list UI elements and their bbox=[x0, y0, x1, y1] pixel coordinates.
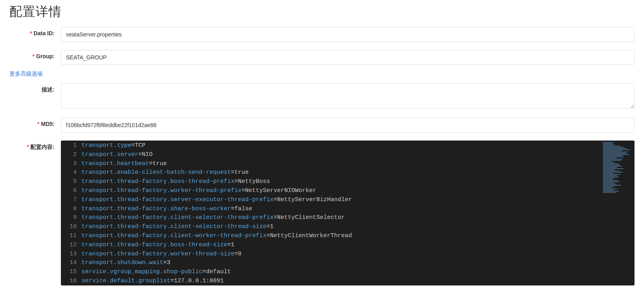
line-code[interactable]: transport.thread-factory.client-selector… bbox=[81, 213, 635, 223]
minimap-line bbox=[603, 174, 620, 175]
editor-line[interactable]: 12transport.thread-factory.boss-thread-s… bbox=[61, 241, 635, 250]
minimap-line bbox=[603, 161, 612, 162]
minimap-line bbox=[603, 165, 620, 165]
editor-line[interactable]: 3transport.heartbeat=true bbox=[61, 160, 635, 169]
editor-line[interactable]: 14transport.shutdown.wait=3 bbox=[61, 259, 635, 268]
line-number: 3 bbox=[61, 160, 81, 169]
editor-line[interactable]: 1transport.type=TCP bbox=[61, 141, 635, 150]
line-code[interactable]: transport.thread-factory.share-boss-work… bbox=[81, 205, 635, 214]
advanced-options-link[interactable]: 更多高级选项 bbox=[9, 70, 43, 77]
editor-line[interactable]: 5transport.thread-factory.boss-thread-pr… bbox=[61, 177, 635, 186]
minimap-line bbox=[603, 159, 623, 160]
label-description-text: 描述: bbox=[42, 86, 55, 93]
editor-line[interactable]: 6transport.thread-factory.worker-thread-… bbox=[61, 186, 635, 196]
line-number: 14 bbox=[61, 259, 81, 268]
editor-line[interactable]: 7transport.thread-factory.server-executo… bbox=[61, 196, 635, 205]
minimap-line bbox=[603, 145, 615, 145]
line-code[interactable]: transport.shutdown.wait=3 bbox=[81, 259, 635, 268]
label-description: 描述: bbox=[9, 83, 61, 93]
minimap-line bbox=[603, 184, 616, 184]
label-md5: *MD5: bbox=[9, 118, 61, 127]
line-number: 11 bbox=[61, 232, 81, 241]
minimap-line bbox=[603, 153, 626, 154]
minimap-line bbox=[603, 183, 614, 183]
minimap-line bbox=[603, 150, 622, 151]
minimap-line bbox=[603, 166, 622, 167]
line-code[interactable]: transport.type=TCP bbox=[81, 141, 635, 150]
line-code[interactable]: transport.enable-client-batch-send-reque… bbox=[81, 168, 635, 177]
minimap-line bbox=[603, 177, 619, 177]
md5-input[interactable] bbox=[61, 118, 635, 133]
minimap-line bbox=[603, 191, 619, 192]
label-group-text: Group: bbox=[36, 53, 55, 59]
minimap-line bbox=[603, 173, 613, 174]
config-content-editor[interactable]: 1transport.type=TCP2transport.server=NIO… bbox=[61, 141, 635, 285]
editor-line[interactable]: 4transport.enable-client-batch-send-requ… bbox=[61, 168, 635, 177]
line-code[interactable]: transport.thread-factory.server-executor… bbox=[81, 196, 635, 205]
line-code[interactable]: transport.thread-factory.boss-thread-pre… bbox=[81, 177, 635, 186]
line-code[interactable]: transport.server=NIO bbox=[81, 150, 635, 160]
minimap-line bbox=[603, 188, 617, 189]
line-code[interactable]: service.vgroup_mapping.shop-public=defau… bbox=[81, 268, 635, 277]
minimap-line bbox=[603, 167, 617, 168]
minimap-line bbox=[603, 187, 612, 188]
minimap-line bbox=[603, 148, 627, 149]
minimap-line bbox=[603, 175, 617, 176]
line-code[interactable]: transport.thread-factory.client-selector… bbox=[81, 223, 635, 232]
line-code[interactable]: transport.thread-factory.client-worker-t… bbox=[81, 232, 635, 241]
editor-line[interactable]: 10transport.thread-factory.client-select… bbox=[61, 223, 635, 232]
line-number: 2 bbox=[61, 150, 81, 160]
row-data-id: *Data ID: bbox=[9, 27, 635, 42]
description-textarea[interactable] bbox=[61, 83, 635, 108]
line-number: 7 bbox=[61, 196, 81, 205]
minimap-line bbox=[603, 179, 612, 180]
editor-line[interactable]: 11transport.thread-factory.client-worker… bbox=[61, 232, 635, 241]
editor-line[interactable]: 8transport.thread-factory.share-boss-wor… bbox=[61, 205, 635, 214]
label-group: *Group: bbox=[9, 50, 61, 59]
data-id-input[interactable] bbox=[61, 27, 635, 42]
minimap-line bbox=[603, 164, 619, 164]
minimap-line bbox=[603, 146, 620, 146]
minimap-line bbox=[603, 155, 623, 156]
group-input[interactable] bbox=[61, 50, 635, 65]
minimap-line bbox=[603, 169, 615, 170]
line-code[interactable]: transport.thread-factory.worker-thread-p… bbox=[81, 186, 635, 196]
minimap-line bbox=[603, 149, 630, 150]
editor-line[interactable]: 15service.vgroup_mapping.shop-public=def… bbox=[61, 268, 635, 277]
label-data-id: *Data ID: bbox=[9, 27, 61, 36]
minimap-line bbox=[603, 156, 623, 157]
minimap-line bbox=[603, 185, 621, 186]
line-number: 5 bbox=[61, 177, 81, 186]
editor-minimap[interactable] bbox=[603, 142, 632, 194]
editor-line[interactable]: 9transport.thread-factory.client-selecto… bbox=[61, 213, 635, 223]
line-code[interactable]: transport.thread-factory.boss-thread-siz… bbox=[81, 241, 635, 250]
editor-line[interactable]: 13transport.thread-factory.worker-thread… bbox=[61, 250, 635, 259]
minimap-line bbox=[603, 162, 615, 163]
label-data-id-text: Data ID: bbox=[34, 30, 55, 36]
minimap-line bbox=[603, 181, 619, 182]
minimap-line bbox=[603, 160, 621, 161]
line-number: 8 bbox=[61, 205, 81, 214]
line-code[interactable]: transport.thread-factory.worker-thread-s… bbox=[81, 250, 635, 259]
minimap-line bbox=[603, 180, 618, 181]
line-code[interactable]: service.default.grouplist=127.0.0.1:8091 bbox=[81, 277, 635, 285]
label-config-content-text: 配置内容: bbox=[30, 144, 55, 150]
editor-line[interactable]: 16service.default.grouplist=127.0.0.1:80… bbox=[61, 277, 635, 285]
editor-line[interactable]: 2transport.server=NIO bbox=[61, 150, 635, 160]
row-description: 描述: bbox=[9, 83, 635, 110]
line-code[interactable]: transport.heartbeat=true bbox=[81, 160, 635, 169]
label-config-content: *配置内容: bbox=[9, 141, 61, 151]
minimap-line bbox=[603, 154, 629, 155]
page-title: 配置详情 bbox=[9, 3, 635, 21]
minimap-line bbox=[603, 192, 616, 193]
minimap-line bbox=[603, 190, 614, 190]
line-number: 12 bbox=[61, 241, 81, 250]
row-md5: *MD5: bbox=[9, 118, 635, 133]
minimap-line bbox=[603, 171, 619, 171]
line-number: 15 bbox=[61, 268, 81, 277]
line-number: 1 bbox=[61, 141, 81, 150]
minimap-line bbox=[603, 168, 623, 169]
minimap-line bbox=[603, 158, 616, 158]
minimap-line bbox=[603, 186, 615, 187]
line-number: 10 bbox=[61, 223, 81, 232]
